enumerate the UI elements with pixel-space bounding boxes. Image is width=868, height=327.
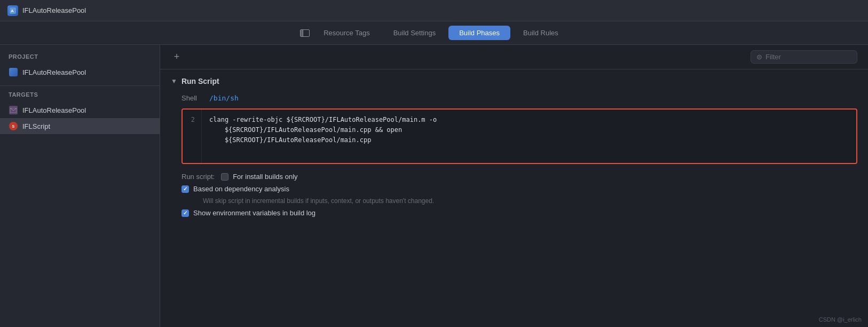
- sidebar-item-iflautoreleasepool[interactable]: IFLAutoReleasePool: [0, 102, 160, 118]
- for-install-checkbox[interactable]: [221, 173, 228, 181]
- tab-build-phases[interactable]: Build Phases: [448, 26, 510, 40]
- show-env-checkbox[interactable]: [182, 209, 189, 217]
- tab-build-settings[interactable]: Build Settings: [383, 26, 447, 40]
- code-editor[interactable]: 2 clang -rewrite-objc ${SRCROOT}/IFLAuto…: [183, 110, 856, 163]
- run-script-header: ▼ Run Script: [171, 77, 857, 85]
- chevron-icon[interactable]: ▼: [171, 77, 177, 85]
- show-env-row: Show environment variables in build log: [182, 209, 857, 217]
- tab-resource-tags[interactable]: Resource Tags: [313, 26, 380, 40]
- window-title: IFLAutoReleasePool: [22, 6, 86, 14]
- code-content[interactable]: clang -rewrite-objc ${SRCROOT}/IFLAutoRe…: [202, 110, 856, 163]
- code-editor-container: 2 clang -rewrite-objc ${SRCROOT}/IFLAuto…: [182, 108, 857, 164]
- filter-icon: ⊜: [756, 53, 762, 61]
- shell-label: Shell: [182, 94, 203, 102]
- envelope-icon: [9, 105, 18, 115]
- tab-build-rules[interactable]: Build Rules: [512, 26, 569, 40]
- based-on-dep-checkbox[interactable]: [182, 185, 189, 193]
- line-number-2: 2: [189, 115, 195, 125]
- main-layout: PROJECT IFLAutoReleasePool TARGETS IFLAu…: [0, 45, 868, 327]
- script-options: Run script: For install builds only Base…: [171, 173, 857, 217]
- app-icon: A: [7, 5, 18, 16]
- inspector-toggle-button[interactable]: [298, 26, 312, 40]
- project-section-label: PROJECT: [0, 53, 160, 64]
- line-numbers: 2: [183, 110, 202, 163]
- filter-box[interactable]: ⊜ Filter: [751, 50, 857, 64]
- tab-bar: Resource Tags Build Settings Build Phase…: [0, 21, 868, 45]
- attribution: CSDN @i_erlich: [819, 316, 862, 323]
- svg-text:A: A: [11, 9, 14, 13]
- content-toolbar: + ⊜ Filter: [160, 45, 868, 69]
- content-area: + ⊜ Filter ▼ Run Script Shell /bin/sh: [160, 45, 868, 327]
- for-install-text: For install builds only: [233, 173, 297, 181]
- based-on-dep-row: Based on dependency analysis: [182, 185, 857, 193]
- target-iflscript-label: IFLScript: [22, 122, 50, 130]
- shell-value: /bin/sh: [209, 94, 239, 102]
- filter-placeholder: Filter: [766, 53, 781, 61]
- add-phase-button[interactable]: +: [171, 51, 183, 63]
- sidebar-item-iflscript[interactable]: S IFLScript: [0, 118, 160, 134]
- sidebar: PROJECT IFLAutoReleasePool TARGETS IFLAu…: [0, 45, 160, 327]
- sidebar-divider: [0, 85, 160, 86]
- dep-description: Will skip script in incremental builds i…: [182, 197, 857, 205]
- run-script-title: Run Script: [182, 77, 219, 85]
- script-icon: S: [9, 121, 18, 131]
- targets-section-label: TARGETS: [0, 91, 160, 102]
- sidebar-item-project[interactable]: IFLAutoReleasePool: [0, 64, 160, 80]
- show-env-text: Show environment variables in build log: [193, 209, 315, 217]
- code-line-2: ${SRCROOT}/IFLAutoReleasePool/main.cpp &…: [209, 126, 402, 134]
- code-line-1: clang -rewrite-objc ${SRCROOT}/IFLAutoRe…: [209, 116, 437, 123]
- build-phase-section: ▼ Run Script Shell /bin/sh 2 clang -rewr…: [160, 69, 868, 229]
- project-icon: [9, 67, 18, 77]
- for-install-row: Run script: For install builds only: [182, 173, 857, 181]
- shell-row: Shell /bin/sh: [171, 94, 857, 102]
- target-iflautoreleasepool-label: IFLAutoReleasePool: [22, 106, 86, 114]
- project-item-label: IFLAutoReleasePool: [22, 68, 86, 76]
- title-bar: A IFLAutoReleasePool: [0, 0, 868, 21]
- run-script-label: Run script:: [182, 173, 215, 181]
- svg-text:S: S: [12, 124, 15, 128]
- based-on-dep-text: Based on dependency analysis: [193, 185, 289, 193]
- code-line-3: ${SRCROOT}/IFLAutoReleasePool/main.cpp: [209, 136, 371, 144]
